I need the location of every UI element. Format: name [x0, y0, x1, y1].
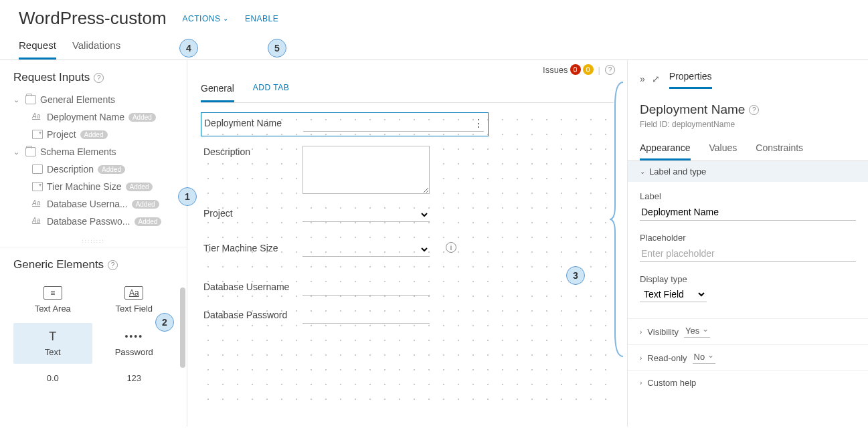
tree-item-project[interactable]: Project Added	[13, 126, 173, 143]
added-badge: Added	[132, 200, 159, 209]
added-badge: Added	[126, 183, 153, 191]
tree-item-label: Project	[47, 129, 76, 140]
main-tabs: Request Validations	[0, 34, 868, 60]
tree-schema-elements[interactable]: ⌄ Schema Elements	[13, 143, 173, 160]
form-canvas[interactable]: Deployment Name ⋮ Description Project Ti…	[201, 112, 614, 400]
generic-decimal[interactable]: 0.0	[13, 366, 92, 390]
generic-integer[interactable]: 123	[95, 366, 174, 390]
prop-tab-appearance[interactable]: Appearance	[640, 138, 691, 160]
row-tier-machine[interactable]: Tier Machine Size i	[201, 238, 614, 261]
text-field-icon: Aa	[32, 217, 43, 226]
tree-item-label: Deployment Name	[47, 112, 124, 122]
label-input[interactable]	[640, 204, 856, 221]
tree-item-label: Tier Machine Size	[47, 181, 122, 192]
placeholder-label: Placeholder	[640, 233, 856, 243]
visibility-value[interactable]: Yes	[684, 326, 710, 338]
description-textarea[interactable]	[302, 146, 430, 194]
scrollbar-thumb[interactable]	[180, 288, 185, 368]
placeholder-input[interactable]	[640, 245, 856, 262]
tree-item-description[interactable]: Description Added	[13, 160, 173, 178]
gen-label: Text	[45, 347, 61, 357]
expand-icon[interactable]: ⤢	[652, 74, 660, 84]
callout-3: 3	[566, 266, 585, 285]
properties-tab[interactable]: Properties	[669, 68, 712, 89]
row-db-username[interactable]: Database Username	[201, 277, 614, 300]
custom-help-label: Custom help	[647, 378, 696, 388]
prop-tab-values[interactable]: Values	[709, 138, 737, 160]
gen-label: Password	[115, 347, 153, 357]
field-label: Database Username	[203, 281, 290, 293]
row-menu-icon[interactable]: ⋮	[473, 117, 484, 130]
generic-elements-title: Generic Elements ?	[13, 258, 173, 271]
tab-validations[interactable]: Validations	[72, 34, 120, 60]
tier-machine-select[interactable]	[302, 242, 430, 257]
row-description[interactable]: Description	[201, 142, 614, 198]
info-icon[interactable]: i	[446, 242, 456, 253]
display-type-select[interactable]: Text Field	[640, 287, 707, 302]
actions-menu[interactable]: ACTIONS ⌄	[183, 14, 229, 23]
tab-request[interactable]: Request	[19, 34, 56, 60]
tree-item-tier-machine[interactable]: Tier Machine Size Added	[13, 178, 173, 195]
readonly-label: Read-only	[647, 353, 687, 363]
canvas-tab-general[interactable]: General	[201, 78, 234, 102]
db-password-input[interactable]	[302, 309, 430, 324]
section-title: Label and type	[649, 166, 706, 177]
prop-tab-constraints[interactable]: Constraints	[756, 138, 803, 160]
field-id: Field ID: deploymentName	[628, 120, 868, 138]
generic-elements-label: Generic Elements	[13, 258, 104, 271]
tree-item-label: Description	[47, 164, 94, 175]
property-title: Deployment Name	[640, 102, 745, 117]
textfield-icon: Aa	[124, 286, 143, 300]
field-label: Tier Machine Size	[203, 242, 290, 254]
callout-5: 5	[268, 39, 286, 58]
issues-warning-badge[interactable]: 0	[583, 64, 594, 75]
textarea-icon	[32, 164, 43, 174]
display-type-label: Display type	[640, 274, 856, 284]
enable-button[interactable]: ENABLE	[245, 14, 278, 23]
text-icon: T	[44, 330, 62, 343]
readonly-value[interactable]: No	[693, 352, 716, 364]
added-badge: Added	[128, 113, 156, 122]
gen-label: 123	[126, 373, 141, 383]
folder-icon	[25, 95, 36, 104]
section-label-type[interactable]: ⌄ Label and type	[628, 161, 868, 182]
resize-handle[interactable]: ::::::::	[0, 235, 187, 247]
tree-item-deployment-name[interactable]: Aa Deployment Name Added	[13, 108, 173, 126]
gen-label: Text Area	[35, 304, 71, 314]
tree-item-label: Database Passwo...	[47, 216, 131, 227]
add-tab-button[interactable]: ADD TAB	[253, 78, 289, 102]
help-icon[interactable]: ?	[108, 260, 118, 270]
callout-1: 1	[178, 187, 197, 206]
tree-general-elements[interactable]: ⌄ General Elements	[13, 91, 173, 108]
help-icon[interactable]: ?	[749, 105, 759, 115]
tree-item-db-username[interactable]: Aa Database Userna... Added	[13, 195, 173, 213]
db-username-input[interactable]	[302, 281, 430, 296]
row-project[interactable]: Project	[201, 203, 614, 226]
help-icon[interactable]: ?	[94, 73, 104, 83]
row-db-password[interactable]: Database Password	[201, 305, 614, 328]
tree-item-db-password[interactable]: Aa Database Passwo... Added	[13, 213, 173, 230]
chevron-down-icon: ⌄	[13, 96, 21, 104]
generic-textarea[interactable]: ≡ Text Area	[13, 280, 92, 320]
collapse-icon[interactable]: »	[640, 74, 645, 84]
help-icon[interactable]: ?	[605, 65, 615, 75]
canvas-panel: Issues 0 0 | ? General ADD TAB Deploymen…	[187, 60, 627, 427]
generic-text[interactable]: T Text	[13, 323, 92, 364]
field-label: Description	[203, 146, 290, 158]
readonly-row[interactable]: › Read-only No	[628, 344, 868, 370]
added-badge: Added	[135, 217, 162, 226]
gen-label: Text Field	[115, 304, 153, 314]
chevron-right-icon: ›	[640, 328, 642, 336]
callout-4: 4	[179, 39, 198, 58]
request-inputs-title: Request Inputs ?	[13, 71, 173, 84]
text-field-icon: Aa	[32, 112, 43, 122]
issues-error-badge[interactable]: 0	[570, 64, 581, 75]
deployment-name-input[interactable]	[303, 117, 484, 132]
textarea-icon: ≡	[44, 286, 62, 300]
custom-help-row[interactable]: › Custom help	[628, 370, 868, 395]
project-select[interactable]	[302, 207, 430, 222]
visibility-row[interactable]: › Visibility Yes	[628, 318, 868, 344]
added-badge: Added	[80, 130, 108, 139]
chevron-down-icon: ⌄	[13, 148, 21, 156]
row-deployment-name[interactable]: Deployment Name ⋮	[201, 112, 489, 136]
